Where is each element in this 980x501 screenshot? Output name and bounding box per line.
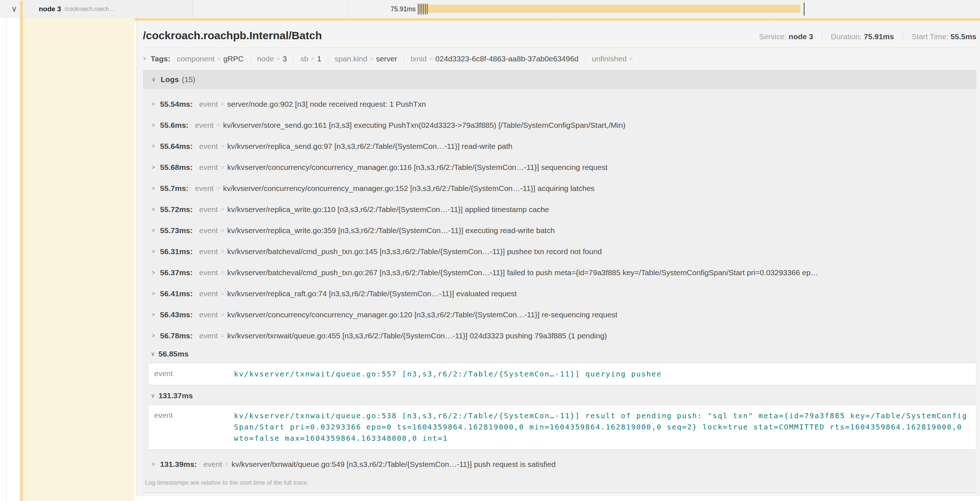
duration-label: Duration: xyxy=(831,32,862,41)
logs-footer-note: Log timestamps are relative to the start… xyxy=(143,479,976,487)
trace-timeline-view: { "icons": { "chevron_down": "∨", "chevr… xyxy=(0,0,980,501)
span-name-cell[interactable]: node 3 /cockroach.roach… xyxy=(23,0,193,18)
timeline-gridline xyxy=(347,0,347,18)
log-message: kv/kvserver/concurrency/concurrency_mana… xyxy=(228,163,608,172)
header-divider xyxy=(143,48,976,48)
equals-sign: = xyxy=(216,121,220,129)
tag-key: txnid xyxy=(410,54,426,63)
equals-sign: = xyxy=(221,269,224,276)
selected-span-row-highlight[interactable] xyxy=(23,18,135,501)
chevron-down-icon[interactable]: ∨ xyxy=(151,351,155,357)
equals-sign: = xyxy=(429,55,433,62)
start-time-value: 55.5ms xyxy=(951,32,976,41)
log-message: kv/kvserver/concurrency/concurrency_mana… xyxy=(228,310,618,319)
equals-sign: = xyxy=(370,55,374,62)
span-service-name: node 3 xyxy=(39,5,61,13)
log-row[interactable]: > 56.41ms: event = kv/kvserver/replica_r… xyxy=(143,283,976,304)
equals-sign: = xyxy=(221,248,224,255)
tag-key: unfinished xyxy=(592,54,627,63)
log-tick-mark xyxy=(418,4,418,14)
chevron-right-icon[interactable]: > xyxy=(152,311,155,318)
log-row[interactable]: > 55.73ms: event = kv/kvserver/replica_w… xyxy=(143,220,976,241)
chevron-right-icon[interactable]: > xyxy=(152,248,155,255)
tag-divider xyxy=(585,55,585,63)
chevron-right-icon[interactable]: > xyxy=(143,56,146,62)
logs-accordion-header[interactable]: ∨ Logs (15) xyxy=(143,70,976,89)
log-message: kv/kvserver/txnwait/queue.go:549 [n3,s3,… xyxy=(231,460,556,469)
chevron-right-icon[interactable]: > xyxy=(152,270,155,276)
log-timestamp: 55.64ms: xyxy=(160,142,192,151)
log-row[interactable]: > 56.43ms: event = kv/kvserver/concurren… xyxy=(143,304,976,325)
chevron-right-icon[interactable]: > xyxy=(152,101,155,107)
span-collapse-chevron-icon[interactable]: ∨ xyxy=(9,3,19,15)
chevron-right-icon[interactable]: > xyxy=(152,206,155,213)
equals-sign: = xyxy=(221,101,224,108)
chevron-right-icon[interactable]: > xyxy=(152,227,155,234)
tag-divider xyxy=(293,55,294,63)
duration-value: 75.91ms xyxy=(864,32,894,41)
span-color-accent-strip xyxy=(20,1,23,501)
log-message: kv/kvserver/store_send.go:161 [n3,s3] ex… xyxy=(223,121,626,129)
log-row[interactable]: > 56.37ms: event = kv/kvserver/batcheval… xyxy=(143,262,976,283)
chevron-right-icon[interactable]: > xyxy=(152,143,155,150)
chevron-right-icon[interactable]: > xyxy=(152,122,155,129)
log-row[interactable]: > 55.6ms: event = kv/kvserver/store_send… xyxy=(143,115,976,136)
log-tick-mark xyxy=(425,4,426,14)
log-field-key: event xyxy=(199,247,218,256)
equals-sign: = xyxy=(221,311,224,318)
log-timestamp: 56.41ms: xyxy=(160,289,192,298)
chevron-right-icon[interactable]: > xyxy=(152,290,155,297)
log-row[interactable]: > 55.72ms: event = kv/kvserver/replica_w… xyxy=(143,199,976,220)
tag-divider xyxy=(404,55,404,63)
log-field-key: event xyxy=(199,163,218,172)
log-timestamp: 55.6ms: xyxy=(160,121,188,129)
log-tick-mark xyxy=(420,4,420,14)
meta-divider xyxy=(903,32,903,40)
equals-sign: = xyxy=(221,164,224,171)
span-duration-bar[interactable] xyxy=(418,5,800,13)
chevron-right-icon[interactable]: > xyxy=(152,185,155,192)
log-detail-table: event kv/kvserver/txnwait/queue.go:538 [… xyxy=(148,405,976,450)
chevron-down-icon[interactable]: ∨ xyxy=(152,76,156,83)
log-timestamp: 55.7ms: xyxy=(160,184,188,193)
tags-accordion[interactable]: > Tags: component = gRPC node = 3 sb = 1… xyxy=(143,54,976,63)
log-field-key: event xyxy=(199,226,218,235)
log-field-key: event xyxy=(199,142,218,151)
tag-key: span.kind xyxy=(335,54,368,63)
equals-sign: = xyxy=(221,206,224,213)
log-row-expanded-header[interactable]: ∨ 131.37ms xyxy=(143,389,976,402)
log-row[interactable]: > 55.64ms: event = kv/kvserver/replica_s… xyxy=(143,136,976,157)
log-detail-table: event kv/kvserver/txnwait/queue.go:557 [… xyxy=(148,363,976,385)
log-message: kv/kvserver/replica_write.go:110 [n3,s3,… xyxy=(228,205,549,214)
chevron-right-icon[interactable]: > xyxy=(152,164,155,171)
log-field-key: event xyxy=(199,310,218,319)
chevron-down-icon[interactable]: ∨ xyxy=(151,393,155,399)
log-message: kv/kvserver/concurrency/concurrency_mana… xyxy=(223,184,595,193)
log-row[interactable]: > 131.39ms: event = kv/kvserver/txnwait/… xyxy=(143,454,976,475)
span-list-gutter-divider xyxy=(6,0,6,501)
log-row[interactable]: > 55.7ms: event = kv/kvserver/concurrenc… xyxy=(143,178,976,199)
span-detail-panel: /cockroach.roachpb.Internal/Batch Servic… xyxy=(137,21,980,496)
logs-title: Logs xyxy=(161,75,179,84)
tag-key: sb xyxy=(300,54,308,63)
log-message: kv/kvserver/batcheval/cmd_push_txn.go:26… xyxy=(228,268,818,277)
log-row-expanded-header[interactable]: ∨ 56.85ms xyxy=(143,348,976,360)
log-row[interactable]: > 55.54ms: event = server/node.go:902 [n… xyxy=(143,94,976,115)
span-operation-name: /cockroach.roach… xyxy=(65,6,115,12)
log-message: kv/kvserver/replica_write.go:359 [n3,s3,… xyxy=(228,226,555,235)
log-row[interactable]: > 55.68ms: event = kv/kvserver/concurren… xyxy=(143,157,976,178)
chevron-right-icon[interactable]: > xyxy=(152,333,155,339)
tag-key: component xyxy=(177,54,215,63)
log-tick-mark xyxy=(423,4,424,14)
equals-sign: = xyxy=(221,227,224,234)
log-row[interactable]: > 56.31ms: event = kv/kvserver/batcheval… xyxy=(143,241,976,262)
span-row-timeline-bar: ∨ node 3 /cockroach.roach… 75.91ms xyxy=(0,0,980,18)
equals-sign: = xyxy=(221,143,224,150)
tag-value: gRPC xyxy=(223,54,244,63)
detail-header-row: /cockroach.roachpb.Internal/Batch Servic… xyxy=(143,21,976,42)
log-tick-mark xyxy=(422,4,422,14)
tags-label: Tags: xyxy=(151,54,170,63)
chevron-right-icon[interactable]: > xyxy=(152,461,155,467)
log-field-key: event xyxy=(199,268,218,277)
log-row[interactable]: > 56.78ms: event = kv/kvserver/txnwait/q… xyxy=(143,325,976,346)
